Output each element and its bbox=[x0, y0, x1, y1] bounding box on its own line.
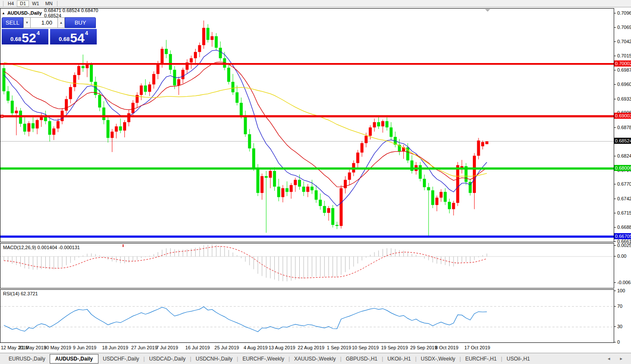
chart-tab-usoilh1[interactable]: USOil-,H1 bbox=[502, 355, 534, 363]
chart-tab-eurchfweekly[interactable]: EURCHF-,Weekly bbox=[238, 355, 288, 363]
axis-tick-mark bbox=[614, 156, 616, 156]
axis-tick-label: 100 bbox=[617, 288, 625, 293]
candle-body bbox=[456, 165, 459, 203]
candle-body bbox=[323, 206, 326, 213]
sell-button[interactable]: SELL bbox=[2, 17, 23, 28]
candle-body bbox=[269, 171, 272, 178]
price-badge: 0.68524 bbox=[614, 138, 631, 144]
date-axis-label: 7 Jul 2019 bbox=[156, 345, 178, 350]
price-axis[interactable]: 0.709650.706950.704200.701500.698750.696… bbox=[614, 7, 631, 343]
volume-input[interactable] bbox=[31, 17, 57, 28]
symbol-header: ▲ AUDUSD-,Daily 0.68471 0.68524 0.68470 … bbox=[2, 9, 98, 16]
candle-body bbox=[23, 124, 26, 132]
candle-body bbox=[315, 190, 318, 200]
timeframe-button-w1[interactable]: W1 bbox=[29, 0, 42, 7]
timeframe-button-mn[interactable]: MN bbox=[42, 0, 56, 7]
price-badge: 0.69003 bbox=[614, 113, 631, 119]
chart-tab-eurchfh1[interactable]: EURCHF-,H1 bbox=[461, 355, 501, 363]
chart-tab-eurusddaily[interactable]: EURUSD-,Daily bbox=[4, 355, 50, 363]
ohlc-readout: 0.68471 0.68524 0.68470 0.68524 bbox=[44, 8, 98, 18]
candle-body bbox=[473, 156, 476, 193]
candle-body bbox=[102, 108, 105, 120]
candle-body bbox=[165, 49, 168, 54]
candle-body bbox=[381, 121, 384, 127]
candle-body bbox=[161, 49, 164, 63]
candle-body bbox=[423, 179, 426, 187]
candle-body bbox=[319, 200, 322, 206]
date-axis-label: 21 May 2019 bbox=[19, 345, 46, 350]
axis-tick-mark bbox=[614, 227, 616, 228]
axis-tick-mark bbox=[614, 241, 616, 242]
volume-decrease-icon[interactable]: ▼ bbox=[23, 17, 31, 28]
chart-tab-ukoilh1[interactable]: UKOil-,H1 bbox=[383, 355, 415, 363]
date-axis-label: 10 Sep 2019 bbox=[352, 345, 379, 350]
candle-body bbox=[194, 52, 197, 58]
candle-body bbox=[273, 171, 276, 187]
buy-button[interactable]: BUY bbox=[65, 17, 96, 28]
trading-terminal: H4D1W1MN ▲ AUDUSD-,Daily 0.68471 0.68524… bbox=[0, 0, 631, 364]
axis-tick-label: 30 bbox=[617, 324, 622, 329]
axis-tick-mark bbox=[614, 70, 616, 70]
toolbar-separator bbox=[3, 1, 3, 6]
candle-body bbox=[327, 208, 330, 213]
buy-price-display[interactable]: 0.68 54 4 bbox=[50, 29, 97, 44]
date-axis-label: 1 Sep 2019 bbox=[327, 345, 351, 350]
date-axis-label: 18 Jun 2019 bbox=[102, 345, 128, 350]
macd-label: MACD(12,26,9) 0.001404 -0.000131 bbox=[3, 245, 80, 250]
chart-tab-usdcaddaily[interactable]: USDCAD-,Daily bbox=[145, 355, 190, 363]
candle-body bbox=[82, 66, 85, 68]
candle-body bbox=[202, 28, 205, 45]
candle-body bbox=[215, 36, 218, 48]
axis-tick-label: 0 bbox=[617, 339, 620, 345]
axis-tick-label: 0.002574 bbox=[617, 243, 631, 248]
candle-body bbox=[485, 141, 488, 144]
candle-body bbox=[435, 198, 438, 205]
sell-price-display[interactable]: 0.68 52 4 bbox=[2, 29, 48, 44]
candle-body bbox=[190, 58, 193, 63]
chart-tab-xauusdweekly[interactable]: XAUUSD-,Weekly bbox=[290, 355, 340, 363]
axis-tick-label: 0.69875 bbox=[617, 67, 631, 73]
candle-body bbox=[90, 64, 93, 82]
price-badge: 0.68006 bbox=[614, 165, 631, 171]
date-axis-label: 17 Oct 2019 bbox=[464, 345, 490, 350]
chart-tab-audusddaily[interactable]: AUDUSD-,Daily bbox=[50, 354, 98, 364]
date-axis-label: 19 Sep 2019 bbox=[381, 345, 408, 350]
volume-increase-icon[interactable]: ▲ bbox=[57, 17, 65, 28]
macd-pane[interactable]: MACD(12,26,9) 0.001404 -0.000131 bbox=[0, 243, 614, 288]
candle-body bbox=[302, 187, 305, 192]
candle-body bbox=[111, 132, 114, 138]
tab-scroll-arrows[interactable]: ◂ ▸ bbox=[608, 356, 627, 361]
candle-body bbox=[206, 28, 209, 40]
chart-tab-gbpusdh1[interactable]: GBPUSD-,H1 bbox=[342, 355, 382, 363]
rsi-pane[interactable]: RSI(14) 62.3721 bbox=[0, 289, 614, 343]
candle-body bbox=[452, 203, 455, 209]
axis-tick-mark bbox=[614, 256, 616, 256]
candle-body bbox=[107, 120, 110, 138]
candle-body bbox=[15, 111, 18, 113]
candle-body bbox=[198, 45, 201, 52]
candle-body bbox=[152, 74, 155, 84]
candle-body bbox=[481, 142, 484, 146]
chart-tab-usdxweekly[interactable]: USDX-,Weekly bbox=[416, 355, 460, 363]
candle-body bbox=[385, 121, 388, 128]
axis-tick-label: 0.66880 bbox=[617, 225, 631, 230]
axis-tick-label: 70 bbox=[617, 304, 622, 309]
chart-shift-icon[interactable] bbox=[485, 9, 490, 12]
axis-tick-label: 0.67425 bbox=[617, 196, 631, 201]
timeframe-button-h4[interactable]: H4 bbox=[5, 0, 17, 7]
axis-tick-mark bbox=[614, 199, 616, 199]
candle-body bbox=[477, 140, 480, 155]
chart-tab-usdcnhdaily[interactable]: USDCNH-,Daily bbox=[191, 355, 237, 363]
axis-tick-label: 0.68240 bbox=[617, 153, 631, 158]
axis-tick-label: 0.70420 bbox=[617, 39, 631, 44]
date-axis[interactable]: 12 May 201921 May 201930 May 20199 Jun 2… bbox=[0, 343, 614, 353]
buy-price-big: 54 bbox=[70, 32, 84, 44]
macd-chart bbox=[0, 244, 614, 288]
axis-tick-label: 0.69605 bbox=[617, 82, 631, 87]
candle-body bbox=[377, 122, 380, 127]
buy-price-sup: 4 bbox=[85, 30, 88, 36]
candle-body bbox=[298, 180, 301, 187]
collapse-panel-icon[interactable]: ▲ bbox=[2, 11, 5, 15]
timeframe-button-d1[interactable]: D1 bbox=[17, 0, 29, 7]
chart-tab-usdchfdaily[interactable]: USDCHF-,Daily bbox=[98, 355, 143, 363]
